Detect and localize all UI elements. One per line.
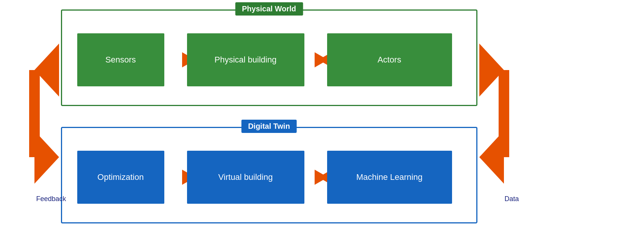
feedback-bottom-arrow: [34, 131, 59, 184]
diagram-wrapper: Physical World Sensors Physical building…: [23, 6, 621, 225]
data-bottom-arrow: [479, 131, 504, 184]
physical-world-box: Physical World Sensors Physical building…: [61, 9, 477, 106]
machine-learning-box: Machine Learning: [327, 151, 452, 204]
physical-world-label: Physical World: [235, 2, 303, 16]
data-top-arrow: [479, 44, 504, 97]
virtual-building-box: Virtual building: [187, 151, 304, 204]
actors-box: Actors: [327, 33, 452, 86]
digital-twin-box: Digital Twin Optimization Virtual buildi…: [61, 127, 477, 223]
feedback-top-arrow: [34, 44, 59, 97]
digital-twin-label: Digital Twin: [241, 120, 297, 133]
data-label: Data: [504, 195, 519, 203]
optimization-box: Optimization: [77, 151, 164, 204]
feedback-label: Feedback: [36, 195, 66, 203]
sensors-box: Sensors: [77, 33, 164, 86]
physical-building-box: Physical building: [187, 33, 304, 86]
